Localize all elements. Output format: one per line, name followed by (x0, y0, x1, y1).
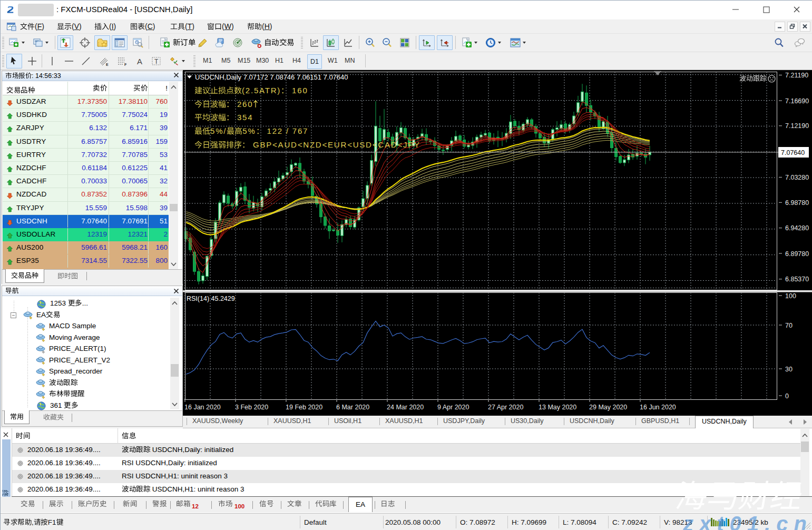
svg-text:6.85370: 6.85370 (785, 276, 809, 283)
svg-text:16 Jun 2020: 16 Jun 2020 (640, 404, 676, 411)
svg-text:7.16690: 7.16690 (785, 97, 809, 105)
svg-text:7.21190: 7.21190 (785, 72, 808, 79)
svg-text:9 Apr 2020: 9 Apr 2020 (437, 404, 469, 411)
svg-text:RSI(14) 45.2429: RSI(14) 45.2429 (187, 295, 235, 302)
svg-text:16 Jan 2020: 16 Jan 2020 (184, 404, 221, 411)
svg-text:E: E (106, 63, 109, 66)
svg-text:USDCNH,Daily 7.07172 7.08746: USDCNH,Daily 7.07172 7.08746 7.06151 7.0… (195, 73, 348, 81)
svg-text:6.89780: 6.89780 (785, 250, 809, 258)
svg-text:7.03280: 7.03280 (785, 174, 809, 181)
svg-text:19 Feb 2020: 19 Feb 2020 (286, 404, 322, 411)
svg-text:7.12190: 7.12190 (785, 122, 809, 130)
svg-text:0: 0 (785, 392, 789, 400)
svg-text:6.94280: 6.94280 (785, 224, 809, 232)
svg-text:F: F (124, 63, 127, 66)
svg-text:70: 70 (785, 322, 793, 329)
svg-text:6.98780: 6.98780 (785, 199, 809, 207)
svg-text:24 Mar 2020: 24 Mar 2020 (387, 404, 424, 411)
svg-text:30: 30 (785, 366, 793, 373)
svg-text:A: A (137, 57, 142, 66)
svg-text:27 Apr 2020: 27 Apr 2020 (488, 404, 523, 411)
svg-text:T: T (154, 58, 159, 65)
svg-text:100: 100 (785, 292, 796, 300)
svg-text:29 May 2020: 29 May 2020 (589, 404, 627, 411)
svg-text:7.07640: 7.07640 (781, 149, 805, 156)
svg-text:6 Mar 2020: 6 Mar 2020 (336, 404, 369, 411)
svg-text:13 May 2020: 13 May 2020 (539, 404, 576, 411)
svg-text:3 Feb 2020: 3 Feb 2020 (235, 404, 268, 411)
